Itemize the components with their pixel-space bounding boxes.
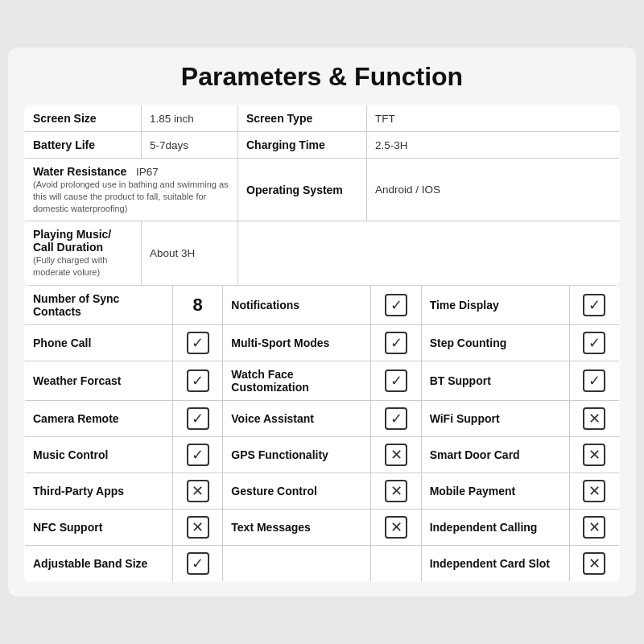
step-counting-value <box>569 325 619 361</box>
cross-icon <box>385 444 407 466</box>
check-icon <box>583 332 605 354</box>
weather-label: Weather Forcast <box>25 361 173 401</box>
table-row: Phone Call Multi-Sport Modes Step Counti… <box>25 325 620 361</box>
gesture-label: Gesture Control <box>223 473 371 510</box>
water-resistance-cell: Water Resistance IP67 (Avoid prolonged u… <box>25 159 238 221</box>
check-icon <box>385 294 407 316</box>
table-row: Screen Size 1.85 inch Screen Type TFT <box>25 105 620 132</box>
wifi-support-label: WiFi Support <box>421 401 569 437</box>
cross-icon <box>583 407 605 430</box>
check-icon <box>583 369 605 392</box>
cross-icon <box>583 552 605 575</box>
bt-support-label: BT Support <box>421 361 569 401</box>
phone-call-value <box>173 325 223 361</box>
cross-icon <box>583 444 605 466</box>
mobile-payment-label: Mobile Payment <box>421 473 569 510</box>
playing-music-label: Playing Music/ Call Duration (Fully char… <box>25 221 142 285</box>
screen-size-label: Screen Size <box>25 105 142 132</box>
watch-face-value <box>371 361 421 401</box>
charging-time-label: Charging Time <box>238 132 367 159</box>
screen-size-value: 1.85 inch <box>142 105 238 132</box>
empty-check <box>371 546 421 582</box>
features-table: Number of Sync Contacts 8 Notifications … <box>24 285 620 582</box>
page-title: Parameters & Function <box>24 62 620 92</box>
text-messages-label: Text Messages <box>223 510 371 546</box>
table-row: Weather Forcast Watch Face Customization… <box>25 361 620 401</box>
phone-call-label: Phone Call <box>25 325 173 361</box>
table-row: Number of Sync Contacts 8 Notifications … <box>25 286 620 325</box>
main-container: Parameters & Function Screen Size 1.85 i… <box>8 47 636 597</box>
notifications-label: Notifications <box>223 286 371 325</box>
check-icon <box>187 332 209 354</box>
step-counting-label: Step Counting <box>421 325 569 361</box>
empty-cell <box>223 546 371 582</box>
bt-support-value <box>569 361 619 401</box>
check-icon <box>583 294 605 316</box>
wifi-support-value <box>569 401 619 437</box>
multi-sport-label: Multi-Sport Modes <box>223 325 371 361</box>
table-row: Third-Party Apps Gesture Control Mobile … <box>25 473 620 510</box>
operating-system-value: Android / IOS <box>367 159 620 221</box>
gps-value <box>371 437 421 473</box>
parameters-table: Screen Size 1.85 inch Screen Type TFT Ba… <box>24 105 620 285</box>
nfc-support-label: NFC Support <box>25 510 173 546</box>
table-row: Camera Remote Voice Assistant WiFi Suppo… <box>25 401 620 437</box>
check-icon <box>385 332 407 354</box>
table-row: Adjustable Band Size Independent Card Sl… <box>25 546 620 582</box>
sync-contacts-value: 8 <box>173 286 223 325</box>
adjustable-band-value <box>173 546 223 582</box>
independent-card-value <box>569 546 619 582</box>
check-icon <box>187 444 209 466</box>
cross-icon <box>385 516 407 539</box>
check-icon <box>385 407 407 430</box>
table-row: NFC Support Text Messages Independent Ca… <box>25 510 620 546</box>
voice-assistant-value <box>371 401 421 437</box>
cross-icon <box>187 480 209 502</box>
adjustable-band-label: Adjustable Band Size <box>25 546 173 582</box>
mobile-payment-value <box>569 473 619 510</box>
battery-life-label: Battery Life <box>25 132 142 159</box>
check-icon <box>187 369 209 392</box>
cross-icon <box>583 480 605 502</box>
table-row: Music Control GPS Functionality Smart Do… <box>25 437 620 473</box>
battery-life-value: 5-7days <box>142 132 238 159</box>
third-party-value <box>173 473 223 510</box>
playing-music-value: About 3H <box>142 221 238 285</box>
cross-icon <box>187 516 209 539</box>
smart-door-value <box>569 437 619 473</box>
check-icon <box>385 369 407 392</box>
independent-calling-label: Independent Calling <box>421 510 569 546</box>
screen-type-value: TFT <box>367 105 620 132</box>
notifications-value <box>371 286 421 325</box>
music-control-value <box>173 437 223 473</box>
weather-value <box>173 361 223 401</box>
table-row: Playing Music/ Call Duration (Fully char… <box>25 221 620 285</box>
gps-label: GPS Functionality <box>223 437 371 473</box>
voice-assistant-label: Voice Assistant <box>223 401 371 437</box>
screen-type-label: Screen Type <box>238 105 367 132</box>
cross-icon <box>385 480 407 502</box>
text-messages-value <box>371 510 421 546</box>
multi-sport-value <box>371 325 421 361</box>
camera-remote-value <box>173 401 223 437</box>
table-row: Battery Life 5-7days Charging Time 2.5-3… <box>25 132 620 159</box>
nfc-support-value <box>173 510 223 546</box>
check-icon <box>187 407 209 430</box>
third-party-label: Third-Party Apps <box>25 473 173 510</box>
independent-calling-value <box>569 510 619 546</box>
gesture-value <box>371 473 421 510</box>
check-icon <box>187 552 209 575</box>
sync-contacts-label: Number of Sync Contacts <box>25 286 173 325</box>
smart-door-label: Smart Door Card <box>421 437 569 473</box>
watch-face-label: Watch Face Customization <box>223 361 371 401</box>
camera-remote-label: Camera Remote <box>25 401 173 437</box>
music-control-label: Music Control <box>25 437 173 473</box>
table-row: Water Resistance IP67 (Avoid prolonged u… <box>25 159 620 221</box>
time-display-value <box>569 286 619 325</box>
operating-system-label: Operating System <box>238 159 367 221</box>
independent-card-label: Independent Card Slot <box>421 546 569 582</box>
charging-time-value: 2.5-3H <box>367 132 620 159</box>
time-display-label: Time Display <box>421 286 569 325</box>
cross-icon <box>583 516 605 539</box>
